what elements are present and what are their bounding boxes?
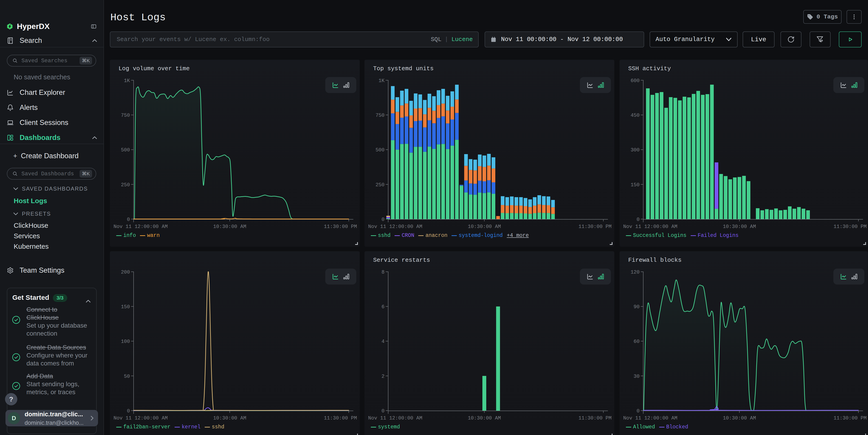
svg-text:0: 0 [381, 408, 384, 414]
svg-text:6: 6 [381, 304, 384, 310]
svg-text:200: 200 [121, 270, 130, 275]
svg-text:10:30:00 AM: 10:30:00 AM [213, 224, 246, 229]
svg-text:2: 2 [381, 374, 384, 379]
svg-text:Nov 11 12:00:00 AM: Nov 11 12:00:00 AM [114, 224, 168, 229]
svg-text:30: 30 [634, 374, 640, 379]
svg-text:1K: 1K [124, 78, 130, 84]
svg-text:90: 90 [634, 304, 640, 310]
svg-text:450: 450 [630, 113, 640, 118]
svg-text:250: 250 [121, 182, 130, 188]
svg-text:600: 600 [630, 78, 640, 84]
svg-text:11:30:00 PM: 11:30:00 PM [834, 224, 867, 229]
svg-text:750: 750 [375, 113, 384, 118]
svg-text:1K: 1K [379, 78, 385, 84]
svg-text:0: 0 [381, 217, 384, 222]
svg-text:120: 120 [630, 270, 640, 275]
svg-text:0: 0 [127, 217, 130, 222]
svg-text:Nov 11 12:00:00 AM: Nov 11 12:00:00 AM [368, 415, 423, 421]
svg-text:150: 150 [630, 182, 640, 188]
svg-text:11:30:00 PM: 11:30:00 PM [324, 224, 357, 229]
svg-text:4: 4 [381, 339, 384, 344]
svg-text:750: 750 [121, 113, 130, 118]
svg-text:0: 0 [637, 217, 640, 222]
svg-text:60: 60 [634, 339, 640, 344]
svg-text:10:30:00 AM: 10:30:00 AM [723, 415, 756, 421]
svg-text:300: 300 [630, 147, 640, 153]
svg-text:Nov 11 12:00:00 AM: Nov 11 12:00:00 AM [623, 415, 677, 421]
svg-text:Nov 11 12:00:00 AM: Nov 11 12:00:00 AM [368, 224, 423, 229]
svg-text:10:30:00 AM: 10:30:00 AM [723, 224, 756, 229]
svg-text:10:30:00 AM: 10:30:00 AM [468, 224, 501, 229]
svg-text:500: 500 [121, 147, 130, 153]
svg-text:11:30:00 PM: 11:30:00 PM [579, 224, 612, 229]
svg-text:10:30:00 AM: 10:30:00 AM [468, 415, 501, 421]
svg-text:50: 50 [124, 374, 130, 379]
svg-text:8: 8 [381, 270, 384, 275]
svg-text:Nov 11 12:00:00 AM: Nov 11 12:00:00 AM [114, 415, 168, 421]
svg-text:11:30:00 PM: 11:30:00 PM [579, 415, 612, 421]
svg-text:11:30:00 PM: 11:30:00 PM [324, 415, 357, 421]
svg-text:11:30:00 PM: 11:30:00 PM [834, 415, 867, 421]
svg-text:150: 150 [121, 304, 130, 310]
svg-text:500: 500 [375, 147, 384, 153]
svg-text:100: 100 [121, 339, 130, 344]
svg-text:0: 0 [127, 408, 130, 414]
svg-text:Nov 11 12:00:00 AM: Nov 11 12:00:00 AM [623, 224, 677, 229]
svg-text:250: 250 [375, 182, 384, 188]
svg-text:10:30:00 AM: 10:30:00 AM [213, 415, 246, 421]
svg-text:0: 0 [637, 408, 640, 414]
